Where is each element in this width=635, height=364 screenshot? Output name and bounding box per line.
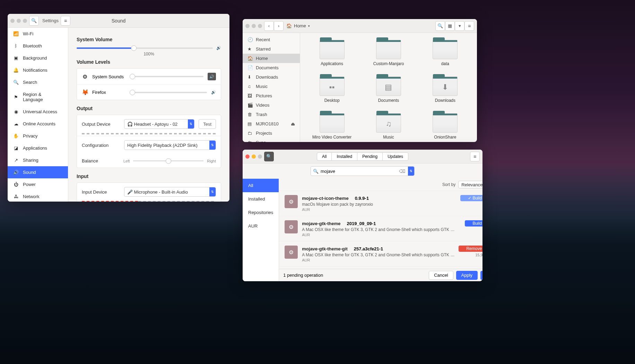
sidebar-item-network[interactable]: 🖧Network	[8, 190, 68, 202]
search-button[interactable]: 🔍	[29, 16, 39, 26]
sidebar-item-privacy[interactable]: ✋Privacy	[8, 130, 68, 142]
sidebar-label: Sync	[256, 140, 266, 142]
maximize-button[interactable]	[258, 24, 262, 28]
minimize-button[interactable]	[17, 19, 21, 23]
back-button[interactable]: ‹	[264, 21, 274, 31]
package-row[interactable]: ⚙ mojave-ct-icon-theme0.9.9-1 macOs Moja…	[279, 191, 482, 216]
sidebar-item-wi-fi[interactable]: 📶Wi-Fi	[8, 28, 68, 40]
package-row[interactable]: ⚙ mojave-gtk-theme-git257.a3cfe21-1 A Ma…	[279, 241, 482, 267]
mute-button[interactable]: 🔊	[208, 73, 216, 80]
eject-icon[interactable]: ⏏	[291, 121, 295, 126]
close-button[interactable]	[245, 24, 250, 28]
files-sidebar-downloads[interactable]: ⬇Downloads	[243, 72, 300, 82]
page-title: Sound	[112, 18, 125, 24]
sidebar-icon: 🗀	[247, 131, 252, 136]
sidebar-icon: ⏻	[13, 182, 19, 187]
app-volume-slider[interactable]	[131, 92, 207, 93]
system-volume-slider[interactable]	[77, 47, 213, 49]
pamac-filter-aur[interactable]: AUR	[243, 219, 279, 233]
sidebar-item-sharing[interactable]: ↗Sharing	[8, 154, 68, 166]
input-device-select[interactable]: 🎤 Microphone - Built-in Audio ⇅	[124, 187, 216, 197]
output-device-value: 🎧 Headset - Aptoyu - 02	[127, 122, 177, 127]
search-button[interactable]: 🔍	[264, 152, 274, 161]
view-toggle-button[interactable]: ▦	[445, 21, 455, 31]
sort-select[interactable]: Relevance ⇅	[458, 181, 482, 188]
close-button[interactable]	[10, 19, 15, 23]
search-input[interactable]: 🔍 mojave ⌫ ⇅	[311, 166, 415, 176]
package-action-button[interactable]: Build	[465, 220, 482, 227]
maximize-button[interactable]	[23, 19, 27, 23]
pamac-filter-repositories[interactable]: Repositories	[243, 206, 279, 219]
files-sidebar-music[interactable]: ♫Music	[243, 82, 300, 91]
package-name: mojave-gtk-theme	[302, 221, 340, 226]
forward-button[interactable]: ›	[274, 21, 284, 31]
configuration-label: Configuration	[82, 143, 120, 148]
output-device-select[interactable]: 🎧 Headset - Aptoyu - 02 ⇅	[124, 119, 194, 129]
sidebar-item-bluetooth[interactable]: ᛒBluetooth	[8, 40, 68, 52]
package-action-button[interactable]: ✓ Build	[460, 195, 482, 201]
maximize-button[interactable]	[258, 154, 262, 159]
folder-desktop[interactable]: ▪▪Desktop	[311, 77, 353, 103]
files-sidebar-sync[interactable]: 🗀Sync	[243, 138, 300, 142]
files-sidebar-starred[interactable]: ★Starred	[243, 44, 300, 54]
tab-all[interactable]: All	[317, 153, 331, 160]
package-row[interactable]: ⚙ mojave-gtk-theme2019_09_09-1 A Mac OSX…	[279, 216, 482, 241]
folder-music[interactable]: ♫Music	[367, 113, 410, 140]
sidebar-item-sound[interactable]: 🔊Sound	[8, 166, 68, 178]
breadcrumb[interactable]: 🏠 Home ▾	[286, 23, 310, 28]
tab-pending[interactable]: Pending	[357, 153, 382, 160]
tab-installed[interactable]: Installed	[331, 153, 357, 160]
clear-icon[interactable]: ⌫	[399, 169, 405, 174]
tab-updates[interactable]: Updates	[382, 153, 408, 160]
files-sidebar-mjro1810[interactable]: ▤MJRO1810⏏	[243, 119, 300, 128]
pending-text: 1 pending operation	[283, 273, 323, 278]
hamburger-button[interactable]: ≡	[470, 152, 480, 161]
sidebar-icon: ★	[247, 46, 252, 52]
files-sidebar-videos[interactable]: 🎬Videos	[243, 100, 300, 110]
minimize-button[interactable]	[252, 154, 256, 159]
next-button[interactable]: ›	[480, 271, 482, 280]
folder-label: data	[441, 61, 449, 66]
view-options-button[interactable]: ▾	[455, 21, 464, 31]
folder-data[interactable]: data	[424, 40, 467, 66]
pamac-filter-installed[interactable]: Installed	[243, 192, 279, 206]
files-sidebar-projects[interactable]: 🗀Projects	[243, 128, 300, 138]
files-window: ‹ › 🏠 Home ▾ 🔍 ▦ ▾ ≡ 🕘Recent★Starred🏠Hom…	[243, 19, 477, 142]
balance-slider[interactable]	[133, 160, 203, 161]
search-button[interactable]: 🔍	[435, 21, 445, 31]
sidebar-item-power[interactable]: ⏻Power	[8, 178, 68, 190]
folder-documents[interactable]: ▤Documents	[367, 77, 410, 103]
minimize-button[interactable]	[252, 24, 256, 28]
apply-button[interactable]: Apply	[456, 271, 478, 280]
folder-custom-manjaro[interactable]: Custom-Manjaro	[367, 40, 410, 66]
sidebar-item-search[interactable]: 🔍Search	[8, 76, 68, 88]
sidebar-label: Privacy	[23, 133, 38, 139]
sidebar-item-online-accounts[interactable]: ☁Online Accounts	[8, 118, 68, 130]
files-sidebar-documents[interactable]: 📄Documents	[243, 63, 300, 72]
files-sidebar-trash[interactable]: 🗑Trash	[243, 110, 300, 119]
sidebar-label: Recent	[256, 37, 270, 42]
folder-miro-video-converter[interactable]: Miro Video Converter	[311, 113, 353, 140]
hamburger-button[interactable]: ≡	[464, 21, 474, 31]
close-button[interactable]	[245, 154, 250, 159]
configuration-select[interactable]: High Fidelity Playback (A2DP Sink) ⇅	[124, 140, 216, 150]
sidebar-item-region-language[interactable]: ⚑Region & Language	[8, 88, 68, 106]
files-sidebar-recent[interactable]: 🕘Recent	[243, 35, 300, 44]
sidebar-item-background[interactable]: ▣Background	[8, 52, 68, 64]
pamac-filter-all[interactable]: All	[243, 179, 279, 192]
folder-label: Documents	[378, 98, 399, 103]
files-sidebar-home[interactable]: 🏠Home	[243, 54, 300, 63]
app-volume-slider[interactable]	[131, 76, 203, 77]
files-sidebar-pictures[interactable]: 🖼Pictures	[243, 91, 300, 100]
cancel-button[interactable]: Cancel	[429, 271, 453, 280]
sidebar-item-notifications[interactable]: 🔔Notifications	[8, 64, 68, 76]
sidebar-item-applications[interactable]: ◪Applications	[8, 142, 68, 154]
folder-onionshare[interactable]: OnionShare	[424, 113, 467, 140]
folder-downloads[interactable]: ⬇Downloads	[424, 77, 467, 103]
package-action-button[interactable]: Remove	[459, 246, 482, 252]
hamburger-button[interactable]: ≡	[61, 16, 70, 26]
test-button[interactable]: Test	[199, 119, 216, 129]
input-device-label: Input Device	[82, 189, 120, 195]
folder-applications[interactable]: Applications	[311, 40, 353, 66]
sidebar-item-universal-access[interactable]: ◉Universal Access	[8, 106, 68, 118]
